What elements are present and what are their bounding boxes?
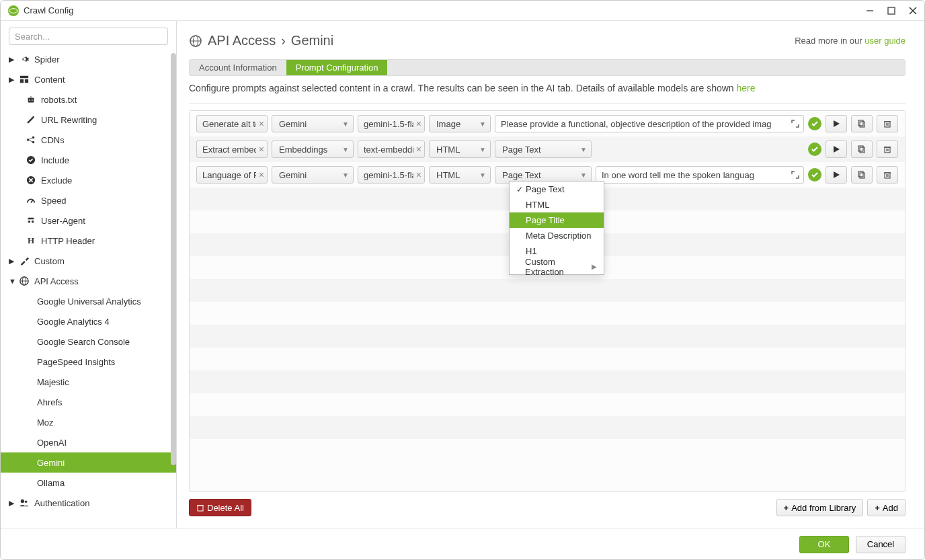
clear-icon[interactable]: × bbox=[259, 118, 264, 129]
sidebar-item-ga4[interactable]: Google Analytics 4 bbox=[1, 311, 176, 331]
play-button[interactable] bbox=[826, 166, 847, 184]
sidebar-item-spider[interactable]: ▶Spider bbox=[1, 49, 176, 69]
sidebar-item-openai[interactable]: OpenAI bbox=[1, 432, 176, 452]
sidebar-item-custom[interactable]: ▶Custom bbox=[1, 251, 176, 271]
dropdown-item-page-title[interactable]: Page Title bbox=[510, 212, 604, 228]
sidebar-item-moz[interactable]: Moz bbox=[1, 412, 176, 432]
minimize-button[interactable] bbox=[865, 6, 875, 15]
breadcrumb-a: API Access bbox=[208, 33, 276, 48]
svg-rect-38 bbox=[858, 146, 863, 151]
sidebar-scrollbar[interactable] bbox=[171, 53, 176, 522]
dropdown-item-custom-extraction[interactable]: Custom Extraction▶ bbox=[510, 259, 604, 274]
sidebar-item-include[interactable]: Include bbox=[1, 150, 176, 170]
sidebar-item-exclude[interactable]: Exclude bbox=[1, 170, 176, 190]
clear-icon[interactable]: × bbox=[416, 169, 421, 180]
play-button[interactable] bbox=[826, 115, 847, 132]
format-select[interactable]: HTML▼ bbox=[429, 141, 491, 158]
empty-row bbox=[190, 370, 905, 393]
svg-point-15 bbox=[32, 141, 35, 144]
prompt-name-input[interactable]: Language of Pa× bbox=[196, 166, 268, 184]
model-input[interactable]: text-embeddir× bbox=[358, 141, 425, 158]
delete-button[interactable] bbox=[877, 166, 898, 184]
add-from-library-button[interactable]: +Add from Library bbox=[776, 499, 864, 516]
tab-prompt-configuration[interactable]: Prompt Configuration bbox=[286, 60, 388, 75]
h-icon: H bbox=[25, 235, 37, 246]
maximize-button[interactable] bbox=[887, 6, 896, 15]
search-input[interactable] bbox=[9, 28, 168, 45]
ok-button[interactable]: OK bbox=[799, 536, 849, 553]
sidebar-item-robots[interactable]: robots.txt bbox=[1, 89, 176, 110]
sidebar-item-user-agent[interactable]: User-Agent bbox=[1, 210, 176, 231]
breadcrumb-sep: › bbox=[281, 33, 286, 48]
svg-rect-2 bbox=[888, 7, 895, 14]
sidebar-item-url-rewriting[interactable]: URL Rewriting bbox=[1, 110, 176, 130]
add-button[interactable]: +Add bbox=[867, 499, 906, 516]
tab-account-information[interactable]: Account Information bbox=[190, 60, 286, 75]
dropdown-item-page-text[interactable]: ✓Page Text bbox=[510, 182, 604, 197]
empty-row bbox=[190, 393, 905, 416]
svg-rect-32 bbox=[858, 120, 863, 126]
model-input[interactable]: gemini-1.5-fla× bbox=[358, 166, 425, 184]
play-button[interactable] bbox=[826, 141, 847, 158]
copy-button[interactable] bbox=[851, 166, 873, 184]
svg-rect-5 bbox=[20, 76, 28, 79]
prompt-text-input[interactable]: Please provide a functional, objective d… bbox=[495, 115, 804, 132]
check-circle-icon bbox=[808, 143, 821, 156]
sidebar-item-cdns[interactable]: CDNs bbox=[1, 130, 176, 150]
sidebar-item-gua[interactable]: Google Universal Analytics bbox=[1, 291, 176, 311]
sidebar-item-content[interactable]: ▶Content bbox=[1, 69, 176, 89]
copy-button[interactable] bbox=[851, 141, 873, 158]
sidebar-item-ollama[interactable]: Ollama bbox=[1, 473, 176, 493]
clear-icon[interactable]: × bbox=[259, 144, 264, 155]
footer: OK Cancel bbox=[1, 528, 924, 559]
window-title: Crawl Config bbox=[24, 5, 865, 15]
prompt-text-input[interactable]: In one word tell me the spoken languag bbox=[596, 166, 804, 184]
prompt-name-input[interactable]: Extract embedd× bbox=[196, 141, 268, 158]
svg-rect-31 bbox=[860, 122, 864, 127]
svg-point-9 bbox=[29, 99, 30, 101]
prompt-rows: Generate alt tex× Gemini▼ gemini-1.5-fla… bbox=[189, 110, 906, 492]
share-icon bbox=[25, 135, 37, 145]
sidebar-item-gsc[interactable]: Google Search Console bbox=[1, 331, 176, 352]
sidebar-item-authentication[interactable]: ▶Authentication bbox=[1, 493, 176, 513]
sidebar-item-speed[interactable]: Speed bbox=[1, 190, 176, 210]
x-circle-icon bbox=[25, 175, 37, 185]
clear-icon[interactable]: × bbox=[416, 144, 421, 155]
clear-icon[interactable]: × bbox=[416, 118, 421, 129]
sidebar-item-majestic[interactable]: Majestic bbox=[1, 372, 176, 392]
model-input[interactable]: gemini-1.5-fla× bbox=[358, 115, 425, 132]
delete-all-button[interactable]: Delete All bbox=[189, 499, 251, 516]
copy-button[interactable] bbox=[851, 115, 873, 132]
target-select[interactable]: Page Text▼ bbox=[495, 141, 592, 158]
close-button[interactable] bbox=[908, 6, 918, 15]
expand-icon[interactable] bbox=[791, 120, 799, 128]
provider-select[interactable]: Gemini▼ bbox=[272, 115, 354, 132]
format-select[interactable]: HTML▼ bbox=[429, 166, 491, 184]
dropdown-item-meta-description[interactable]: Meta Description bbox=[510, 228, 604, 243]
delete-button[interactable] bbox=[877, 115, 898, 132]
svg-point-26 bbox=[21, 499, 24, 503]
cancel-button[interactable]: Cancel bbox=[856, 536, 906, 553]
delete-button[interactable] bbox=[877, 141, 898, 158]
svg-point-21 bbox=[28, 221, 31, 223]
sidebar-item-psi[interactable]: PageSpeed Insights bbox=[1, 352, 176, 372]
format-select[interactable]: Image▼ bbox=[429, 115, 491, 132]
clear-icon[interactable]: × bbox=[259, 169, 264, 180]
breadcrumb-b: Gemini bbox=[291, 33, 333, 48]
prompt-name-input[interactable]: Generate alt tex× bbox=[196, 115, 268, 132]
tools-icon bbox=[18, 256, 30, 266]
edit-icon bbox=[25, 115, 37, 124]
sidebar-item-api-access[interactable]: ▼API Access bbox=[1, 271, 176, 291]
svg-point-27 bbox=[25, 501, 28, 504]
readmore-link[interactable]: user guide bbox=[864, 36, 906, 46]
dropdown-item-html[interactable]: HTML bbox=[510, 197, 604, 212]
sidebar-item-ahrefs[interactable]: Ahrefs bbox=[1, 392, 176, 412]
sidebar-item-gemini[interactable]: Gemini bbox=[1, 452, 176, 473]
description-link[interactable]: here bbox=[737, 83, 756, 93]
provider-select[interactable]: Gemini▼ bbox=[272, 166, 354, 184]
chevron-down-icon: ▼ bbox=[580, 171, 587, 179]
sidebar-item-http-header[interactable]: HHTTP Header bbox=[1, 231, 176, 251]
expand-icon[interactable] bbox=[791, 171, 799, 179]
svg-rect-37 bbox=[860, 147, 864, 153]
provider-select[interactable]: Embeddings▼ bbox=[272, 141, 354, 158]
